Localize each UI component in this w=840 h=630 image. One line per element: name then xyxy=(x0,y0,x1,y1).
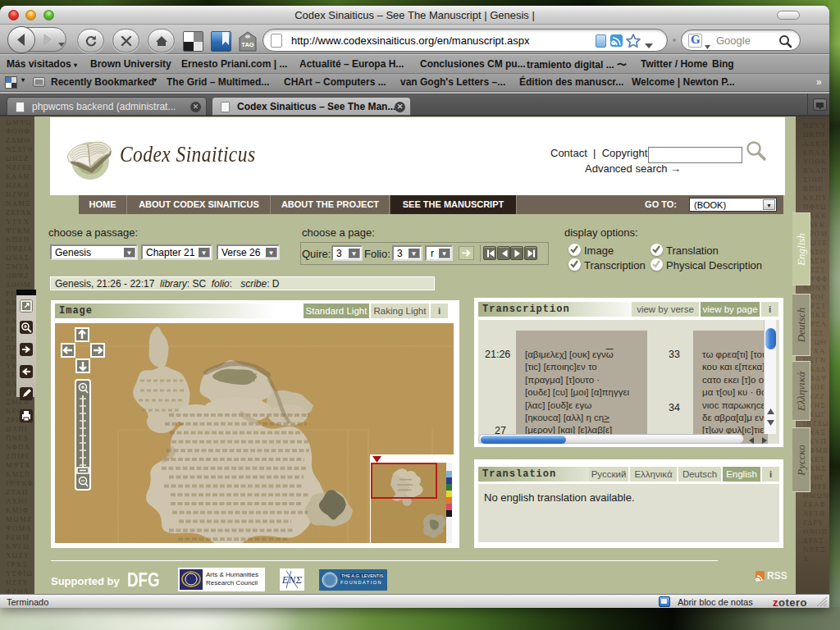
svg-text:TAG: TAG xyxy=(241,41,253,48)
